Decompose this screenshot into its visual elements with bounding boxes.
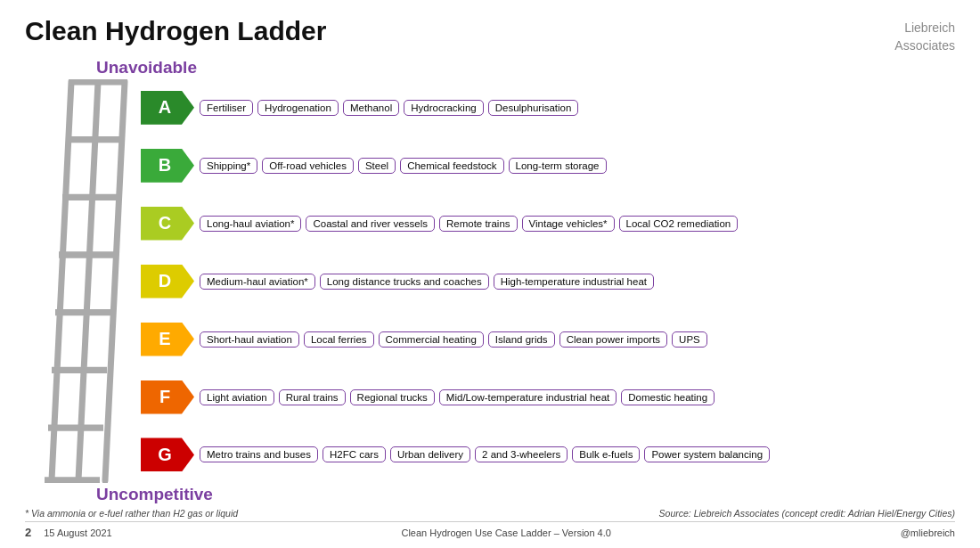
footnote-text: * Via ammonia or e-fuel rather than H2 g… — [25, 508, 238, 519]
tag-item: Local ferries — [304, 331, 374, 348]
tag-item: Shipping* — [200, 158, 257, 174]
tag-item: Light aviation — [200, 389, 274, 405]
band-row-f: FLight aviationRural trainsRegional truc… — [25, 378, 955, 417]
tag-item: Bulk e-fuels — [572, 446, 640, 462]
tag-item: Mid/Low-temperature industrial heat — [439, 389, 617, 405]
tag-item: Metro trains and buses — [200, 446, 318, 462]
footer-twitter: @mliebreich — [901, 528, 955, 538]
tag-item: Methanol — [343, 100, 399, 116]
tag-item: Power system balancing — [644, 446, 770, 462]
tag-item: Hydrogenation — [257, 100, 339, 116]
tag-row-c: Long-haul aviation*Coastal and river ves… — [200, 216, 955, 232]
band-row-c: CLong-haul aviation*Coastal and river ve… — [25, 204, 955, 243]
tag-item: Medium-haul aviation* — [200, 274, 315, 290]
tag-item: Long-term storage — [509, 158, 607, 174]
tag-row-d: Medium-haul aviation*Long distance truck… — [200, 274, 955, 290]
band-rows: AFertiliserHydrogenationMethanolHydrocra… — [25, 79, 955, 483]
tag-item: Long distance trucks and coaches — [320, 274, 489, 290]
page-number: 2 — [25, 526, 31, 539]
tag-row-a: FertiliserHydrogenationMethanolHydrocrac… — [200, 100, 955, 116]
tag-item: Regional trucks — [350, 389, 435, 405]
band-label-a: A — [141, 91, 194, 125]
footer-bar: 2 15 August 2021 Clean Hydrogen Use Case… — [25, 521, 955, 539]
band-label-c: C — [141, 207, 194, 241]
tag-item: Desulphurisation — [488, 100, 579, 116]
tag-item: High-temperature industrial heat — [494, 274, 654, 290]
footer-notes: * Via ammonia or e-fuel rather than H2 g… — [25, 508, 955, 519]
tag-item: Fertiliser — [200, 100, 253, 116]
band-row-b: BShipping*Off-road vehiclesSteelChemical… — [25, 146, 955, 185]
tag-item: 2 and 3-wheelers — [475, 446, 568, 462]
tag-item: Short-haul aviation — [200, 331, 299, 348]
footer-doc-title: Clean Hydrogen Use Case Ladder – Version… — [401, 528, 610, 538]
band-row-g: GMetro trains and busesH2FC carsUrban de… — [25, 435, 955, 474]
source-text: Source: Liebreich Associates (concept cr… — [659, 508, 955, 519]
tag-item: Local CO2 remediation — [619, 216, 739, 232]
band-label-g: G — [141, 438, 194, 471]
tag-item: Clean power imports — [559, 331, 667, 348]
band-label-b: B — [141, 149, 194, 183]
tag-item: Hydrocracking — [404, 100, 484, 116]
band-label-e: E — [141, 323, 194, 356]
tag-item: UPS — [672, 331, 707, 348]
page-title: Clean Hydrogen Ladder — [25, 16, 326, 45]
brand-logo: LiebreichAssociates — [894, 20, 955, 54]
ladder-area: AFertiliserHydrogenationMethanolHydrocra… — [25, 79, 955, 483]
tag-item: H2FC cars — [323, 446, 386, 462]
band-row-a: AFertiliserHydrogenationMethanolHydrocra… — [25, 88, 955, 127]
tag-item: Commercial heating — [379, 331, 484, 348]
header: Clean Hydrogen Ladder LiebreichAssociate… — [25, 16, 955, 54]
tag-item: Domestic heating — [621, 389, 715, 405]
tag-row-g: Metro trains and busesH2FC carsUrban del… — [200, 446, 955, 462]
footer-page: 2 15 August 2021 — [25, 526, 112, 539]
tag-item: Vintage vehicles* — [522, 216, 615, 232]
tag-item: Off-road vehicles — [262, 158, 354, 174]
band-row-e: EShort-haul aviationLocal ferriesCommerc… — [25, 320, 955, 359]
page: Clean Hydrogen Ladder LiebreichAssociate… — [0, 0, 980, 548]
tag-item: Urban delivery — [390, 446, 470, 462]
tag-item: Remote trains — [439, 216, 518, 232]
tag-item: Steel — [358, 158, 396, 174]
band-label-d: D — [141, 265, 194, 299]
band-label-f: F — [141, 380, 194, 414]
tag-row-b: Shipping*Off-road vehiclesSteelChemical … — [200, 158, 955, 174]
footer-date: 15 August 2021 — [44, 528, 111, 538]
tag-item: Coastal and river vessels — [306, 216, 434, 232]
tag-row-f: Light aviationRural trainsRegional truck… — [200, 389, 955, 405]
tag-item: Chemical feedstock — [400, 158, 503, 174]
tag-item: Long-haul aviation* — [200, 216, 301, 232]
tag-row-e: Short-haul aviationLocal ferriesCommerci… — [200, 331, 955, 348]
uncompetitive-label: Uncompetitive — [96, 485, 955, 504]
unavoidable-label: Unavoidable — [96, 58, 955, 78]
tag-item: Rural trains — [279, 389, 346, 405]
tag-item: Island grids — [488, 331, 555, 348]
band-row-d: DMedium-haul aviation*Long distance truc… — [25, 262, 955, 301]
